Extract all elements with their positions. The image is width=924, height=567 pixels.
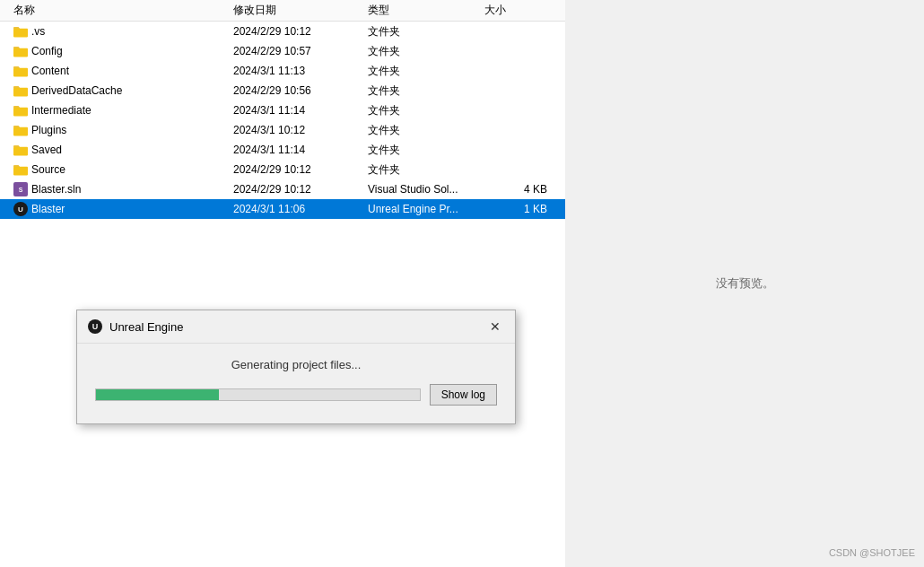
- file-name: S Blaster.sln: [0, 182, 233, 196]
- dialog-title-text: Unreal Engine: [109, 320, 183, 334]
- file-name: Intermediate: [0, 104, 233, 117]
- no-preview-text: 没有预览。: [716, 275, 774, 292]
- file-date: 2024/3/1 10:12: [233, 124, 368, 136]
- file-date: 2024/2/29 10:12: [233, 163, 368, 176]
- progress-container: Show log: [95, 384, 497, 406]
- file-name: Config: [0, 45, 233, 57]
- file-date: 2024/3/1 11:13: [233, 65, 368, 77]
- file-type: 文件夹: [368, 143, 484, 158]
- unreal-engine-dialog[interactable]: U Unreal Engine ✕ Generating project fil…: [76, 310, 516, 424]
- file-list: .vs 2024/2/29 10:12 文件夹 Config 2024/2/29…: [0, 22, 565, 219]
- table-row[interactable]: Config 2024/2/29 10:57 文件夹: [0, 41, 565, 61]
- progress-bar-fill: [96, 389, 219, 400]
- file-type: 文件夹: [368, 44, 484, 59]
- file-size: 1 KB: [484, 203, 556, 215]
- table-row[interactable]: Source 2024/2/29 10:12 文件夹: [0, 160, 565, 179]
- svg-rect-2: [13, 68, 28, 77]
- dialog-titlebar: U Unreal Engine ✕: [77, 310, 515, 344]
- file-date: 2024/2/29 10:12: [233, 25, 368, 38]
- dialog-body: Generating project files... Show log: [77, 344, 515, 423]
- col-header-name[interactable]: 名称: [0, 3, 233, 18]
- file-name: .vs: [0, 25, 233, 38]
- table-row[interactable]: S Blaster.sln 2024/2/29 10:12 Visual Stu…: [0, 179, 565, 199]
- file-type: 文件夹: [368, 103, 484, 118]
- file-size: 4 KB: [484, 183, 556, 196]
- col-header-type[interactable]: 类型: [368, 3, 484, 18]
- file-type: Unreal Engine Pr...: [368, 203, 484, 215]
- ue-dialog-icon: U: [88, 319, 102, 334]
- file-date: 2024/2/29 10:57: [233, 45, 368, 57]
- preview-panel: 没有预览。: [565, 0, 924, 567]
- file-type: 文件夹: [368, 24, 484, 39]
- svg-rect-5: [13, 127, 28, 136]
- file-name: Plugins: [0, 124, 233, 136]
- show-log-button[interactable]: Show log: [430, 384, 497, 406]
- dialog-close-button[interactable]: ✕: [486, 318, 504, 336]
- file-type: 文件夹: [368, 162, 484, 178]
- table-row[interactable]: Intermediate 2024/3/1 11:14 文件夹: [0, 100, 565, 120]
- file-type: 文件夹: [368, 83, 484, 99]
- file-name: U Blaster: [0, 202, 233, 216]
- file-date: 2024/3/1 11:14: [233, 144, 368, 156]
- table-row[interactable]: U Blaster 2024/3/1 11:06 Unreal Engine P…: [0, 199, 565, 219]
- table-row[interactable]: DerivedDataCache 2024/2/29 10:56 文件夹: [0, 81, 565, 100]
- table-row[interactable]: Plugins 2024/3/1 10:12 文件夹: [0, 120, 565, 140]
- svg-rect-3: [13, 88, 28, 97]
- file-type: Visual Studio Sol...: [368, 183, 484, 196]
- dialog-title-left: U Unreal Engine: [88, 319, 183, 334]
- file-name: Source: [0, 163, 233, 176]
- file-date: 2024/2/29 10:56: [233, 84, 368, 97]
- dialog-message: Generating project files...: [95, 358, 497, 371]
- file-name: Saved: [0, 144, 233, 156]
- progress-bar-background: [95, 388, 421, 401]
- table-row[interactable]: Content 2024/3/1 11:13 文件夹: [0, 61, 565, 81]
- col-header-date[interactable]: 修改日期: [233, 3, 368, 18]
- svg-rect-0: [13, 29, 28, 38]
- file-date: 2024/3/1 11:06: [233, 203, 368, 215]
- file-type: 文件夹: [368, 123, 484, 138]
- svg-rect-6: [13, 147, 28, 156]
- table-row[interactable]: Saved 2024/3/1 11:14 文件夹: [0, 140, 565, 160]
- file-name: DerivedDataCache: [0, 84, 233, 97]
- svg-rect-4: [13, 108, 28, 117]
- svg-rect-7: [13, 167, 28, 176]
- file-date: 2024/2/29 10:12: [233, 183, 368, 196]
- table-row[interactable]: .vs 2024/2/29 10:12 文件夹: [0, 22, 565, 41]
- column-header: 名称 修改日期 类型 大小: [0, 0, 565, 22]
- file-explorer: 名称 修改日期 类型 大小 .vs 2024/2/29 10:12 文件夹 Co…: [0, 0, 565, 567]
- file-name: Content: [0, 65, 233, 77]
- col-header-size[interactable]: 大小: [484, 3, 556, 18]
- svg-rect-1: [13, 48, 28, 57]
- file-type: 文件夹: [368, 64, 484, 79]
- watermark: CSDN @SHOTJEE: [829, 547, 915, 558]
- file-date: 2024/3/1 11:14: [233, 104, 368, 117]
